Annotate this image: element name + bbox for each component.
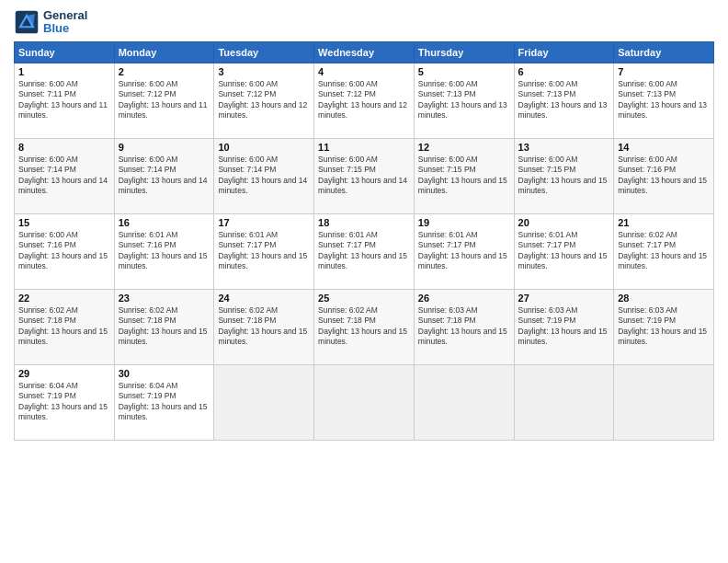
day-number: 26 — [418, 293, 510, 304]
day-number: 11 — [318, 142, 410, 153]
day-number: 22 — [18, 293, 110, 304]
calendar-cell: 26Sunrise: 6:03 AMSunset: 7:18 PMDayligh… — [414, 289, 514, 364]
day-number: 15 — [18, 217, 110, 228]
day-number: 23 — [119, 293, 210, 304]
day-info: Sunrise: 6:00 AMSunset: 7:15 PMDaylight:… — [418, 155, 510, 197]
calendar-cell: 16Sunrise: 6:01 AMSunset: 7:16 PMDayligh… — [114, 213, 214, 289]
calendar-cell: 29Sunrise: 6:04 AMSunset: 7:19 PMDayligh… — [15, 364, 115, 440]
calendar-cell: 15Sunrise: 6:00 AMSunset: 7:16 PMDayligh… — [15, 213, 115, 289]
day-number: 19 — [418, 217, 510, 228]
calendar-table: SundayMondayTuesdayWednesdayThursdayFrid… — [14, 41, 714, 441]
day-number: 10 — [218, 142, 310, 153]
day-number: 27 — [518, 293, 610, 304]
day-info: Sunrise: 6:00 AMSunset: 7:11 PMDaylight:… — [18, 79, 110, 121]
day-info: Sunrise: 6:00 AMSunset: 7:15 PMDaylight:… — [518, 155, 610, 197]
calendar-cell: 28Sunrise: 6:03 AMSunset: 7:19 PMDayligh… — [614, 289, 714, 364]
calendar-cell: 22Sunrise: 6:02 AMSunset: 7:18 PMDayligh… — [15, 289, 115, 364]
calendar-cell: 11Sunrise: 6:00 AMSunset: 7:15 PMDayligh… — [314, 138, 415, 213]
day-number: 17 — [218, 217, 310, 228]
day-number: 12 — [418, 142, 510, 153]
day-number: 8 — [18, 142, 110, 153]
day-info: Sunrise: 6:00 AMSunset: 7:12 PMDaylight:… — [318, 79, 410, 121]
calendar-cell: 10Sunrise: 6:00 AMSunset: 7:14 PMDayligh… — [214, 138, 314, 213]
day-number: 14 — [618, 142, 710, 153]
day-info: Sunrise: 6:00 AMSunset: 7:16 PMDaylight:… — [18, 230, 110, 272]
day-number: 3 — [218, 66, 310, 77]
day-number: 6 — [518, 66, 610, 77]
calendar-header-monday: Monday — [114, 41, 214, 63]
calendar-cell — [314, 364, 415, 440]
calendar-week-row: 8Sunrise: 6:00 AMSunset: 7:14 PMDaylight… — [15, 138, 714, 213]
logo-icon — [14, 9, 40, 35]
calendar-cell: 23Sunrise: 6:02 AMSunset: 7:18 PMDayligh… — [114, 289, 214, 364]
day-info: Sunrise: 6:02 AMSunset: 7:17 PMDaylight:… — [618, 230, 710, 272]
day-info: Sunrise: 6:02 AMSunset: 7:18 PMDaylight:… — [218, 305, 310, 348]
calendar-cell — [414, 364, 514, 440]
calendar-cell: 9Sunrise: 6:00 AMSunset: 7:14 PMDaylight… — [114, 138, 214, 213]
day-info: Sunrise: 6:00 AMSunset: 7:12 PMDaylight:… — [119, 79, 210, 121]
day-info: Sunrise: 6:00 AMSunset: 7:14 PMDaylight:… — [18, 155, 110, 197]
day-info: Sunrise: 6:01 AMSunset: 7:17 PMDaylight:… — [518, 230, 610, 272]
day-number: 18 — [318, 217, 410, 228]
calendar-cell: 24Sunrise: 6:02 AMSunset: 7:18 PMDayligh… — [214, 289, 314, 364]
day-info: Sunrise: 6:04 AMSunset: 7:19 PMDaylight:… — [119, 381, 210, 423]
calendar-week-row: 29Sunrise: 6:04 AMSunset: 7:19 PMDayligh… — [15, 364, 714, 440]
calendar-week-row: 15Sunrise: 6:00 AMSunset: 7:16 PMDayligh… — [15, 213, 714, 289]
logo-text: General Blue — [43, 9, 87, 36]
calendar-cell: 12Sunrise: 6:00 AMSunset: 7:15 PMDayligh… — [414, 138, 514, 213]
calendar-header-saturday: Saturday — [614, 41, 714, 63]
day-info: Sunrise: 6:01 AMSunset: 7:17 PMDaylight:… — [418, 230, 510, 272]
day-info: Sunrise: 6:02 AMSunset: 7:18 PMDaylight:… — [18, 305, 110, 348]
day-number: 16 — [119, 217, 210, 228]
calendar-header-tuesday: Tuesday — [214, 41, 314, 63]
calendar-cell — [614, 364, 714, 440]
calendar-cell: 3Sunrise: 6:00 AMSunset: 7:12 PMDaylight… — [214, 63, 314, 138]
calendar-cell: 8Sunrise: 6:00 AMSunset: 7:14 PMDaylight… — [15, 138, 115, 213]
calendar-cell: 7Sunrise: 6:00 AMSunset: 7:13 PMDaylight… — [614, 63, 714, 138]
calendar-cell: 6Sunrise: 6:00 AMSunset: 7:13 PMDaylight… — [514, 63, 614, 138]
day-info: Sunrise: 6:03 AMSunset: 7:19 PMDaylight:… — [618, 305, 710, 348]
day-info: Sunrise: 6:02 AMSunset: 7:18 PMDaylight:… — [119, 305, 210, 348]
day-info: Sunrise: 6:00 AMSunset: 7:12 PMDaylight:… — [218, 79, 310, 121]
day-info: Sunrise: 6:01 AMSunset: 7:16 PMDaylight:… — [119, 230, 210, 272]
page: General Blue SundayMondayTuesdayWednesda… — [0, 0, 728, 563]
day-number: 20 — [518, 217, 610, 228]
day-info: Sunrise: 6:00 AMSunset: 7:13 PMDaylight:… — [418, 79, 510, 121]
calendar-header-thursday: Thursday — [414, 41, 514, 63]
calendar-cell: 13Sunrise: 6:00 AMSunset: 7:15 PMDayligh… — [514, 138, 614, 213]
day-info: Sunrise: 6:03 AMSunset: 7:18 PMDaylight:… — [418, 305, 510, 348]
calendar-cell: 19Sunrise: 6:01 AMSunset: 7:17 PMDayligh… — [414, 213, 514, 289]
day-info: Sunrise: 6:01 AMSunset: 7:17 PMDaylight:… — [218, 230, 310, 272]
day-number: 9 — [119, 142, 210, 153]
day-info: Sunrise: 6:04 AMSunset: 7:19 PMDaylight:… — [18, 381, 110, 423]
day-info: Sunrise: 6:01 AMSunset: 7:17 PMDaylight:… — [318, 230, 410, 272]
calendar-cell: 14Sunrise: 6:00 AMSunset: 7:16 PMDayligh… — [614, 138, 714, 213]
calendar-header-wednesday: Wednesday — [314, 41, 415, 63]
day-number: 25 — [318, 293, 410, 304]
day-number: 2 — [119, 66, 210, 77]
calendar-cell: 4Sunrise: 6:00 AMSunset: 7:12 PMDaylight… — [314, 63, 415, 138]
calendar-header-friday: Friday — [514, 41, 614, 63]
day-info: Sunrise: 6:00 AMSunset: 7:16 PMDaylight:… — [618, 155, 710, 197]
day-info: Sunrise: 6:00 AMSunset: 7:14 PMDaylight:… — [218, 155, 310, 197]
calendar-cell: 5Sunrise: 6:00 AMSunset: 7:13 PMDaylight… — [414, 63, 514, 138]
day-number: 28 — [618, 293, 710, 304]
calendar-cell: 17Sunrise: 6:01 AMSunset: 7:17 PMDayligh… — [214, 213, 314, 289]
day-number: 30 — [119, 368, 210, 379]
day-number: 21 — [618, 217, 710, 228]
day-info: Sunrise: 6:00 AMSunset: 7:13 PMDaylight:… — [518, 79, 610, 121]
day-number: 1 — [18, 66, 110, 77]
calendar-cell — [214, 364, 314, 440]
calendar-header-sunday: Sunday — [15, 41, 115, 63]
day-info: Sunrise: 6:02 AMSunset: 7:18 PMDaylight:… — [318, 305, 410, 348]
calendar-cell: 20Sunrise: 6:01 AMSunset: 7:17 PMDayligh… — [514, 213, 614, 289]
day-info: Sunrise: 6:00 AMSunset: 7:13 PMDaylight:… — [618, 79, 710, 121]
day-info: Sunrise: 6:03 AMSunset: 7:19 PMDaylight:… — [518, 305, 610, 348]
day-number: 4 — [318, 66, 410, 77]
calendar-cell: 1Sunrise: 6:00 AMSunset: 7:11 PMDaylight… — [15, 63, 115, 138]
calendar-week-row: 1Sunrise: 6:00 AMSunset: 7:11 PMDaylight… — [15, 63, 714, 138]
day-number: 5 — [418, 66, 510, 77]
calendar-week-row: 22Sunrise: 6:02 AMSunset: 7:18 PMDayligh… — [15, 289, 714, 364]
calendar-cell: 30Sunrise: 6:04 AMSunset: 7:19 PMDayligh… — [114, 364, 214, 440]
day-number: 24 — [218, 293, 310, 304]
